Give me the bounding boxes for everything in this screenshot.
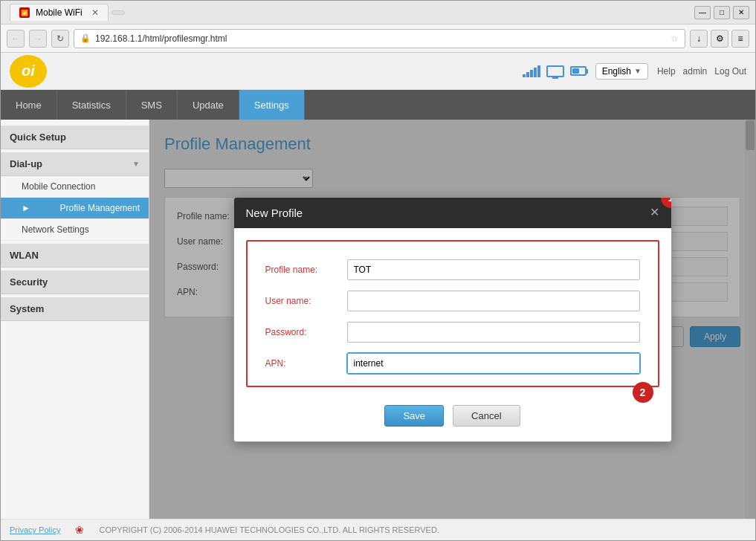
modal-profile-name-input[interactable] xyxy=(347,259,640,280)
modal-profile-name-field: Profile name: xyxy=(265,259,640,280)
nav-home[interactable]: Home xyxy=(1,90,57,120)
tab-close-button[interactable]: ✕ xyxy=(91,7,99,18)
modal-close-button[interactable]: ✕ xyxy=(650,207,659,218)
language-text: English xyxy=(602,66,631,77)
profile-management-label: Profile Management xyxy=(60,203,140,213)
address-bar[interactable]: 🔒 192.168.1.1/html/profilesmgr.html ☆ xyxy=(74,29,685,48)
footer-copyright: COPYRIGHT (C) 2006-2014 HUAWEI TECHNOLOG… xyxy=(99,525,439,534)
modal-username-input[interactable] xyxy=(347,291,640,311)
sidebar-item-network-settings[interactable]: Network Settings xyxy=(1,219,149,241)
annotation-2: 2 xyxy=(633,382,653,403)
download-button[interactable]: ↓ xyxy=(690,30,708,48)
modal-header: New Profile ✕ xyxy=(234,198,671,228)
close-button[interactable]: ✕ xyxy=(733,6,749,19)
battery-fill xyxy=(572,68,580,74)
new-tab-button[interactable] xyxy=(112,10,125,15)
sidebar-heading-dialup[interactable]: Dial-up ▼ xyxy=(1,152,149,176)
nav-update[interactable]: Update xyxy=(178,90,239,120)
browser-tab[interactable]: 📶 Mobile WiFi ✕ xyxy=(10,4,109,21)
sidebar-heading-quicksetup[interactable]: Quick Setup xyxy=(1,126,149,149)
new-profile-modal: 1 New Profile ✕ Profile name: xyxy=(233,197,672,442)
modal-footer: Save Cancel xyxy=(234,399,671,441)
sidebar-item-mobile-connection[interactable]: Mobile Connection xyxy=(1,176,149,198)
forward-button[interactable]: → xyxy=(29,30,47,48)
sidebar-heading-wlan[interactable]: WLAN xyxy=(1,244,149,268)
signal-strength-icon xyxy=(523,65,540,77)
app-links: Help admin Log Out xyxy=(657,66,746,77)
modal-password-input[interactable] xyxy=(347,322,640,343)
active-arrow-icon: ► xyxy=(22,203,30,213)
modal-overlay: 1 New Profile ✕ Profile name: xyxy=(149,120,755,519)
address-text: 192.168.1.1/html/profilesmgr.html xyxy=(95,33,668,44)
signal-bar-1 xyxy=(523,74,526,77)
modal-apn-field: APN: xyxy=(265,353,640,374)
nav-statistics[interactable]: Statistics xyxy=(57,90,126,120)
sidebar-section-wlan: WLAN xyxy=(1,244,149,268)
logo-text: oi xyxy=(22,62,35,80)
nav-sms[interactable]: SMS xyxy=(126,90,178,120)
app-footer: Privacy Policy ❀ COPYRIGHT (C) 2006-2014… xyxy=(1,519,755,540)
back-button[interactable]: ← xyxy=(7,30,25,48)
address-actions: ↓ ⚙ ≡ xyxy=(690,30,749,48)
modal-username-field: User name: xyxy=(265,291,640,311)
modal-body: Profile name: User name: Password: xyxy=(246,240,659,387)
language-dropdown-arrow: ▼ xyxy=(634,67,642,75)
admin-link[interactable]: admin xyxy=(683,66,708,77)
sidebar-section-dialup: Dial-up ▼ Mobile Connection ► Profile Ma… xyxy=(1,152,149,241)
browser-titlebar: 📶 Mobile WiFi ✕ — □ ✕ xyxy=(1,1,755,25)
modal-save-button[interactable]: Save xyxy=(384,405,444,427)
dialup-arrow-icon: ▼ xyxy=(132,160,140,168)
modal-username-label: User name: xyxy=(265,296,347,306)
sidebar-section-system: System xyxy=(1,297,149,321)
maximize-button[interactable]: □ xyxy=(714,6,730,19)
battery-icon xyxy=(570,66,587,76)
app-logo: oi xyxy=(10,55,47,88)
nav-settings[interactable]: Settings xyxy=(239,90,305,120)
signal-bar-3 xyxy=(530,70,533,77)
app-topbar: oi English xyxy=(1,53,755,90)
logout-link[interactable]: Log Out xyxy=(714,66,746,77)
app-topright: English ▼ Help admin Log Out xyxy=(523,63,746,80)
privacy-policy-link[interactable]: Privacy Policy xyxy=(10,525,60,534)
sidebar: Quick Setup Dial-up ▼ Mobile Connection … xyxy=(1,120,149,519)
content-area: Profile Management Profile name: xyxy=(149,120,755,519)
main-layout: Quick Setup Dial-up ▼ Mobile Connection … xyxy=(1,120,755,519)
app-area: oi English xyxy=(1,53,755,540)
signal-icons xyxy=(523,65,587,77)
address-bar-icon: 🔒 xyxy=(80,33,91,43)
menu-button[interactable]: ≡ xyxy=(731,30,749,48)
app-nav: Home Statistics SMS Update Settings xyxy=(1,90,755,120)
modal-cancel-button[interactable]: Cancel xyxy=(453,405,520,427)
modal-profile-name-label: Profile name: xyxy=(265,265,347,275)
modal-apn-input[interactable] xyxy=(347,353,640,374)
extensions-button[interactable]: ⚙ xyxy=(711,30,728,48)
dialup-label: Dial-up xyxy=(10,158,42,169)
sidebar-item-profile-management[interactable]: ► Profile Management xyxy=(1,198,149,219)
signal-bar-5 xyxy=(537,65,540,77)
tab-favicon: 📶 xyxy=(19,7,30,18)
minimize-button[interactable]: — xyxy=(694,6,711,19)
modal-apn-label: APN: xyxy=(265,358,347,369)
browser-addressbar: ← → ↻ 🔒 192.168.1.1/html/profilesmgr.htm… xyxy=(1,25,755,53)
modal-password-label: Password: xyxy=(265,327,347,337)
modal-title: New Profile xyxy=(246,207,303,219)
sidebar-heading-system[interactable]: System xyxy=(1,297,149,321)
sidebar-section-security: Security xyxy=(1,270,149,294)
browser-window: 📶 Mobile WiFi ✕ — □ ✕ ← → ↻ 🔒 192.168.1.… xyxy=(0,0,756,541)
sidebar-section-quicksetup: Quick Setup xyxy=(1,126,149,149)
signal-bar-4 xyxy=(534,68,537,77)
bookmark-button[interactable]: ☆ xyxy=(671,33,679,44)
footer-logo-icon: ❀ xyxy=(75,524,84,536)
titlebar-controls: — □ ✕ xyxy=(694,6,749,19)
sidebar-heading-security[interactable]: Security xyxy=(1,270,149,294)
help-link[interactable]: Help xyxy=(657,66,676,77)
reload-button[interactable]: ↻ xyxy=(51,30,69,48)
modal-password-field: Password: xyxy=(265,322,640,343)
network-icon xyxy=(546,65,564,77)
signal-bar-2 xyxy=(526,72,529,77)
language-selector[interactable]: English ▼ xyxy=(595,63,648,80)
tab-label: Mobile WiFi xyxy=(36,7,83,18)
